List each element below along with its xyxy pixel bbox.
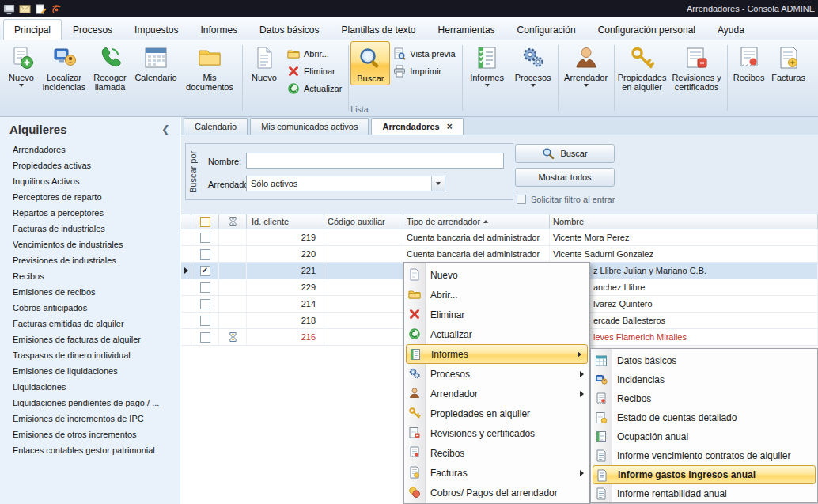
sidebar-item-propiedades-activas[interactable]: Propiedades activas <box>0 157 180 173</box>
imprimir-button[interactable]: Imprimir <box>393 65 455 78</box>
tab-procesos[interactable]: Procesos <box>62 19 123 40</box>
sidebar-item-arrendadores[interactable]: Arrendadores <box>0 142 180 157</box>
tab-informes[interactable]: Informes <box>189 19 248 40</box>
mis-documentos-button[interactable]: Mis documentos <box>179 41 240 94</box>
sidebar-item-recibos[interactable]: Recibos <box>0 268 180 284</box>
sidebar-item-liquidaciones-pendientes[interactable]: Liquidaciones pendientes de pago / ... <box>0 395 180 411</box>
submenu-item-datos-basicos[interactable]: Datos básicos <box>591 351 817 370</box>
sidebar-item-vencimientos[interactable]: Vencimientos de industriales <box>0 237 180 252</box>
doc-tab-calendario[interactable]: Calendario <box>184 118 248 135</box>
column-header-id-cliente[interactable]: Id. cliente <box>247 214 324 229</box>
submenu-item-estado-cuentas[interactable]: Estado de cuentas detallado <box>591 408 817 427</box>
sidebar-item-emisiones-facturas[interactable]: Emisiones de facturas de alquiler <box>0 332 180 347</box>
buscar-button[interactable]: Buscar <box>350 41 390 85</box>
header-checkbox-icon[interactable] <box>200 217 210 227</box>
open-folder-icon <box>287 47 300 60</box>
tab-datos-basicos[interactable]: Datos básicos <box>248 19 330 40</box>
table-row[interactable]: 220 Cuenta bancaria del administrador Vi… <box>181 246 818 263</box>
menu-item-recibos[interactable]: Recibos <box>404 443 589 463</box>
vista-previa-button[interactable]: Vista previa <box>393 47 455 60</box>
procesos-button[interactable]: Procesos <box>510 41 556 89</box>
eliminar-button[interactable]: Eliminar <box>287 65 342 78</box>
submenu-item-ocupacion-anual[interactable]: Ocupación anual <box>591 427 817 446</box>
menu-item-abrir[interactable]: Abrir... <box>404 285 589 305</box>
sidebar-item-liquidaciones[interactable]: Liquidaciones <box>0 379 180 395</box>
column-header-nombre[interactable]: Nombre <box>550 214 818 229</box>
localizar-incidencias-button[interactable]: Localizar incidencias <box>41 41 87 94</box>
close-tab-icon[interactable]: × <box>447 121 453 132</box>
recoger-llamada-button[interactable]: Recoger llamada <box>87 41 133 94</box>
sidebar-item-previsiones[interactable]: Previsiones de industriales <box>0 252 180 268</box>
tab-plantillas[interactable]: Plantillas de texto <box>330 19 426 40</box>
submenu-item-informe-rentabilidad[interactable]: Informe rentabilidad anual <box>591 484 817 503</box>
tab-impuestos[interactable]: Impuestos <box>123 19 189 40</box>
tab-configuracion-personal[interactable]: Configuración personal <box>587 19 706 40</box>
sidebar-item-enlaces-contables[interactable]: Enlaces contables gestor patrimonial <box>0 442 180 458</box>
sidebar-item-inquilinos-activos[interactable]: Inquilinos Activos <box>0 173 180 189</box>
table-row[interactable]: 219 Cuenta bancaria del administrador Vi… <box>181 229 818 246</box>
row-checkbox[interactable] <box>200 332 210 343</box>
collapse-sidebar-icon[interactable]: ❮ <box>161 123 170 135</box>
arrendadores-select[interactable]: Sólo activos <box>246 176 445 191</box>
sidebar-item-repartos[interactable]: Repartos a perceptores <box>0 205 180 221</box>
menu-item-nuevo[interactable]: Nuevo <box>404 265 589 285</box>
row-checkbox[interactable] <box>200 316 210 326</box>
menu-item-cobros-pagos[interactable]: Cobros/ Pagos del arrendador <box>404 483 589 502</box>
sidebar-item-traspasos[interactable]: Traspasos de dinero individual <box>0 347 180 363</box>
nombre-input[interactable] <box>246 153 504 169</box>
menu-item-revisiones-certificados[interactable]: Revisiones y certificados <box>404 423 589 443</box>
arrendador-button[interactable]: Arrendador <box>560 41 612 89</box>
sidebar-item-incrementos-ipc[interactable]: Emisiones de incrementos de IPC <box>0 411 180 426</box>
sidebar-item-facturas-emitidas[interactable]: Facturas emitidas de alquiler <box>0 316 180 332</box>
nuevo-button[interactable]: Nuevo <box>2 41 41 89</box>
sidebar-item-perceptores[interactable]: Perceptores de reparto <box>0 189 180 205</box>
calendario-button[interactable]: Calendario <box>133 41 179 84</box>
menu-item-procesos[interactable]: Procesos <box>404 364 589 384</box>
combo-dropdown-button[interactable] <box>431 176 445 191</box>
tab-configuracion[interactable]: Configuración <box>506 19 587 40</box>
solicitar-filtro-checkbox[interactable]: Solicitar filtro al entrar <box>517 195 615 204</box>
checkbox-icon[interactable] <box>517 195 526 204</box>
mail-icon[interactable] <box>19 3 31 15</box>
sidebar-item-facturas-industriales[interactable]: Facturas de industriales <box>0 221 180 237</box>
buscar-panel-button[interactable]: Buscar <box>515 144 615 163</box>
abrir-button[interactable]: Abrir... <box>287 47 342 60</box>
row-checkbox[interactable] <box>200 299 210 309</box>
mostrar-todos-button[interactable]: Mostrar todos <box>515 168 615 187</box>
monitor-icon[interactable] <box>3 3 15 15</box>
column-header-codigo-auxiliar[interactable]: Código auxiliar <box>324 214 403 229</box>
menu-item-eliminar[interactable]: Eliminar <box>404 305 589 324</box>
facturas-button[interactable]: Facturas <box>769 41 809 84</box>
nuevo-registro-button[interactable]: Nuevo <box>244 41 284 84</box>
actualizar-button[interactable]: Actualizar <box>287 82 342 95</box>
submenu-item-informe-vencimiento[interactable]: Informe vencimiento contratos de alquile… <box>591 446 817 465</box>
recibos-button[interactable]: Recibos <box>729 41 769 84</box>
informes-button[interactable]: Informes <box>464 41 510 89</box>
sidebar-item-otros-incrementos[interactable]: Emisiones de otros incrementos <box>0 426 180 442</box>
doc-tab-mis-comunicados[interactable]: Mis comunicados activos <box>250 118 369 135</box>
sidebar-item-emisiones-liquidaciones[interactable]: Emisiones de liquidaciones <box>0 363 180 379</box>
menu-item-facturas[interactable]: Facturas <box>404 463 589 483</box>
edit-note-icon[interactable] <box>35 3 47 15</box>
menu-item-actualizar[interactable]: Actualizar <box>404 324 589 344</box>
menu-item-informes[interactable]: Informes <box>406 344 588 364</box>
submenu-item-incidencias[interactable]: Incidencias <box>591 370 817 389</box>
submenu-item-informe-gastos-ingresos[interactable]: Informe gastos ingresos anual <box>593 465 816 484</box>
tab-herramientas[interactable]: Herramientas <box>427 19 506 40</box>
column-header-tipo-arrendador[interactable]: Tipo de arrendador <box>403 214 550 229</box>
menu-item-arrendador[interactable]: Arrendador <box>404 384 589 404</box>
menu-item-propiedades-en-alquiler[interactable]: Propiedades en alquiler <box>404 404 589 423</box>
propiedades-en-alquiler-button[interactable]: Propiedades en alquiler <box>616 41 668 94</box>
tab-principal[interactable]: Principal <box>3 19 62 40</box>
row-checkbox[interactable] <box>200 233 210 243</box>
sidebar-item-cobros-anticipados[interactable]: Cobros anticipados <box>0 300 180 316</box>
tab-ayuda[interactable]: Ayuda <box>706 19 756 40</box>
revisiones-certificados-button[interactable]: Revisiones y certificados <box>668 41 725 94</box>
signal-icon[interactable] <box>51 3 62 15</box>
row-checkbox-checked[interactable]: ✔ <box>200 266 210 276</box>
submenu-item-recibos[interactable]: Recibos <box>591 389 817 408</box>
row-checkbox[interactable] <box>200 249 210 260</box>
doc-tab-arrendadores[interactable]: Arrendadores× <box>371 118 463 135</box>
sidebar-item-emisiones-recibos[interactable]: Emisiones de recibos <box>0 284 180 300</box>
row-checkbox[interactable] <box>200 282 210 293</box>
